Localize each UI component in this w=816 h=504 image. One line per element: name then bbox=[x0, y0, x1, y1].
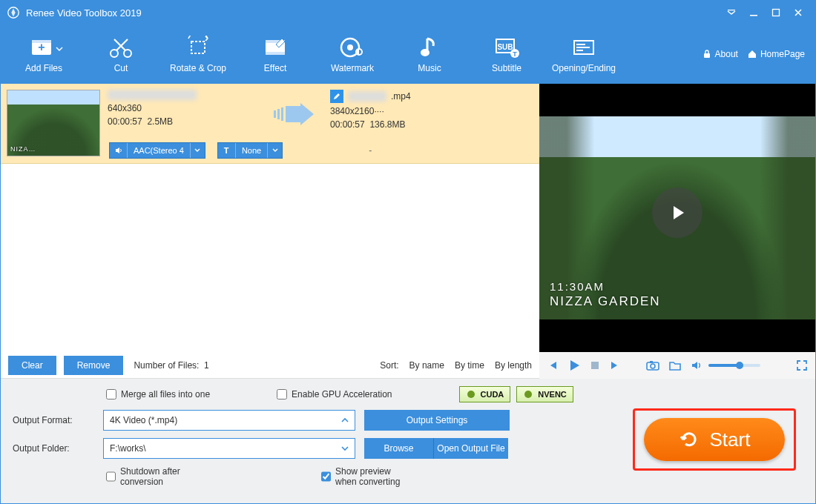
merge-files-checkbox[interactable]: Merge all files into one bbox=[106, 389, 210, 399]
output-settings-button[interactable]: Output Settings bbox=[364, 410, 510, 431]
preview-overlay-text: 11:30AM NIZZA GARDEN bbox=[550, 280, 661, 309]
prev-track-icon[interactable] bbox=[547, 359, 559, 371]
tool-rotate-crop[interactable]: Rotate & Crop bbox=[159, 27, 237, 82]
refresh-icon bbox=[679, 429, 700, 450]
tool-label: Subtitle bbox=[492, 63, 521, 73]
tool-music[interactable]: Music bbox=[391, 27, 468, 82]
watermark-icon bbox=[338, 35, 366, 60]
tool-label: Opening/Ending bbox=[552, 63, 616, 73]
chevron-down-icon[interactable] bbox=[190, 143, 205, 158]
maximize-icon[interactable] bbox=[765, 4, 787, 21]
output-duration-size: 00:00:57 136.8MB bbox=[330, 119, 533, 130]
chevron-down-icon[interactable] bbox=[267, 143, 282, 158]
output-folder-value: F:\works\ bbox=[110, 443, 146, 454]
cut-icon bbox=[107, 35, 135, 60]
remove-button[interactable]: Remove bbox=[64, 356, 124, 375]
sort-by-time[interactable]: By time bbox=[455, 360, 484, 371]
add-files-icon: + bbox=[29, 35, 59, 60]
output-dimensions: 3840x2160···· bbox=[330, 106, 533, 116]
output-extension: .mp4 bbox=[391, 91, 411, 102]
about-link[interactable]: About bbox=[702, 49, 738, 59]
file-list: 640x360 00:00:57 2.5MB .mp4 3840x2160···… bbox=[1, 84, 539, 352]
svg-rect-23 bbox=[576, 47, 590, 48]
volume-icon[interactable] bbox=[691, 359, 703, 371]
tool-effect[interactable]: Effect bbox=[237, 27, 314, 82]
output-eq-placeholder: - bbox=[369, 145, 372, 156]
nvenc-badge: NVENC bbox=[516, 386, 573, 402]
preview-controls bbox=[539, 352, 815, 379]
svg-rect-22 bbox=[576, 44, 585, 45]
effect-icon bbox=[261, 35, 289, 60]
output-format-value: 4K Video (*.mp4) bbox=[110, 415, 177, 425]
sort-label: Sort: bbox=[380, 360, 398, 371]
svg-text:+: + bbox=[38, 41, 45, 53]
svg-text:T: T bbox=[513, 50, 517, 58]
speaker-icon bbox=[110, 143, 128, 158]
audio-track-selector[interactable]: AAC(Stereo 4 bbox=[109, 142, 205, 159]
play-overlay-button[interactable] bbox=[652, 188, 703, 238]
svg-rect-9 bbox=[191, 42, 205, 53]
svg-point-16 bbox=[421, 49, 430, 56]
subtitle-icon: SUBT bbox=[493, 35, 521, 60]
volume-slider[interactable] bbox=[708, 364, 760, 367]
minimize-icon[interactable] bbox=[743, 4, 765, 21]
sort-by-name[interactable]: By name bbox=[409, 360, 444, 371]
gpu-accel-checkbox[interactable]: Enable GPU Acceleration bbox=[277, 389, 392, 399]
svg-point-35 bbox=[524, 391, 532, 398]
convert-arrow-icon bbox=[263, 103, 323, 125]
chevron-down-icon bbox=[341, 445, 349, 451]
svg-rect-33 bbox=[650, 361, 653, 363]
svg-rect-26 bbox=[274, 110, 276, 118]
show-preview-checkbox[interactable]: Show preview when converting bbox=[321, 466, 403, 487]
svg-rect-28 bbox=[281, 107, 283, 121]
play-icon[interactable] bbox=[567, 359, 581, 372]
app-title: Renee Video Toolbox 2019 bbox=[26, 7, 142, 19]
cuda-badge: CUDA bbox=[459, 386, 511, 402]
tool-label: Effect bbox=[264, 63, 286, 73]
music-icon bbox=[418, 35, 441, 60]
subtitle-selector[interactable]: T None bbox=[217, 142, 283, 159]
output-settings-panel: Merge all files into one Enable GPU Acce… bbox=[1, 379, 815, 503]
svg-rect-24 bbox=[576, 50, 583, 51]
chevron-up-icon bbox=[341, 417, 349, 423]
svg-rect-2 bbox=[750, 15, 757, 16]
fullscreen-icon[interactable] bbox=[796, 359, 808, 371]
file-row[interactable]: 640x360 00:00:57 2.5MB .mp4 3840x2160···… bbox=[1, 84, 539, 164]
sort-by-length[interactable]: By length bbox=[495, 360, 532, 371]
svg-point-32 bbox=[651, 364, 655, 368]
tool-add-files[interactable]: + Add Files bbox=[5, 27, 82, 82]
tool-opening-ending[interactable]: Opening/Ending bbox=[545, 27, 622, 82]
dropdown-menu-icon[interactable] bbox=[720, 4, 743, 21]
tool-subtitle[interactable]: SUBT Subtitle bbox=[468, 27, 545, 82]
chevron-down-icon bbox=[56, 46, 63, 52]
snapshot-icon[interactable] bbox=[646, 359, 659, 371]
home-icon bbox=[747, 49, 757, 59]
preview-panel: 11:30AM NIZZA GARDEN bbox=[539, 84, 815, 352]
lock-icon bbox=[702, 49, 712, 59]
subtitle-label: None bbox=[236, 146, 267, 155]
tool-watermark[interactable]: Watermark bbox=[314, 27, 391, 82]
output-format-combo[interactable]: 4K Video (*.mp4) bbox=[103, 410, 355, 431]
titlebar: Renee Video Toolbox 2019 bbox=[1, 1, 815, 24]
svg-rect-3 bbox=[773, 10, 780, 16]
about-label: About bbox=[715, 49, 738, 59]
source-thumbnail bbox=[7, 90, 100, 156]
file-count: Number of Files: 1 bbox=[134, 360, 208, 371]
edit-output-name-button[interactable] bbox=[330, 90, 343, 103]
start-button[interactable]: Start bbox=[644, 418, 785, 461]
preview-stage[interactable]: 11:30AM NIZZA GARDEN bbox=[539, 84, 815, 352]
stop-icon[interactable] bbox=[590, 360, 600, 371]
file-list-bar: Clear Remove Number of Files: 1 Sort: By… bbox=[1, 352, 539, 379]
next-track-icon[interactable] bbox=[609, 359, 621, 371]
open-output-file-button[interactable]: Open Output File bbox=[434, 438, 508, 459]
output-folder-combo[interactable]: F:\works\ bbox=[103, 438, 355, 459]
browse-button[interactable]: Browse bbox=[364, 438, 434, 459]
svg-point-7 bbox=[111, 50, 118, 57]
shutdown-checkbox[interactable]: Shutdown after conversion bbox=[106, 466, 188, 487]
svg-rect-1 bbox=[728, 10, 735, 10]
homepage-link[interactable]: HomePage bbox=[747, 49, 805, 59]
close-icon[interactable] bbox=[787, 4, 809, 21]
clear-button[interactable]: Clear bbox=[8, 356, 56, 375]
open-folder-icon[interactable] bbox=[668, 359, 682, 371]
tool-cut[interactable]: Cut bbox=[82, 27, 159, 82]
